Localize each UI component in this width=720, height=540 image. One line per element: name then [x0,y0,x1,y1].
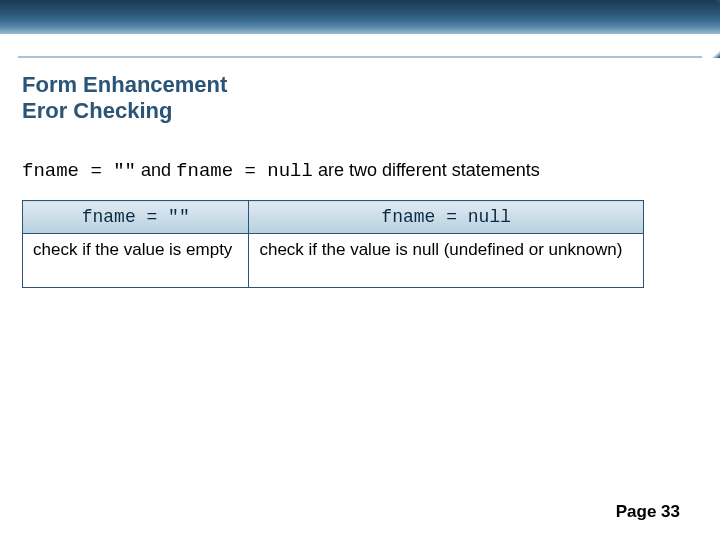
title-line-1: Form Enhancement [22,72,227,98]
page-number: 33 [661,502,680,521]
top-accent [565,0,720,58]
table-cell-col2: check if the value is null (undefined or… [249,234,643,288]
statement-mid: and [136,160,176,180]
comparison-table: fname = "" fname = null check if the val… [22,200,644,288]
table-header-row: fname = "" fname = null [23,201,644,234]
slide: Form Enhancement Eror Checking fname = "… [0,0,720,540]
statement-tail: are two different statements [313,160,540,180]
table-header-col1: fname = "" [23,201,249,234]
slide-content: fname = "" and fname = null are two diff… [22,160,698,288]
statement-code-1: fname = "" [22,160,136,182]
statement-code-2: fname = null [176,160,313,182]
table-header-col2: fname = null [249,201,643,234]
page-label: Page [616,502,657,521]
statement: fname = "" and fname = null are two diff… [22,160,698,182]
title-underline [18,56,702,58]
page-footer: Page 33 [616,502,680,522]
table-cell-col1: check if the value is empty [23,234,249,288]
slide-title: Form Enhancement Eror Checking [22,72,227,125]
title-line-2: Eror Checking [22,98,227,124]
table-row: check if the value is empty check if the… [23,234,644,288]
